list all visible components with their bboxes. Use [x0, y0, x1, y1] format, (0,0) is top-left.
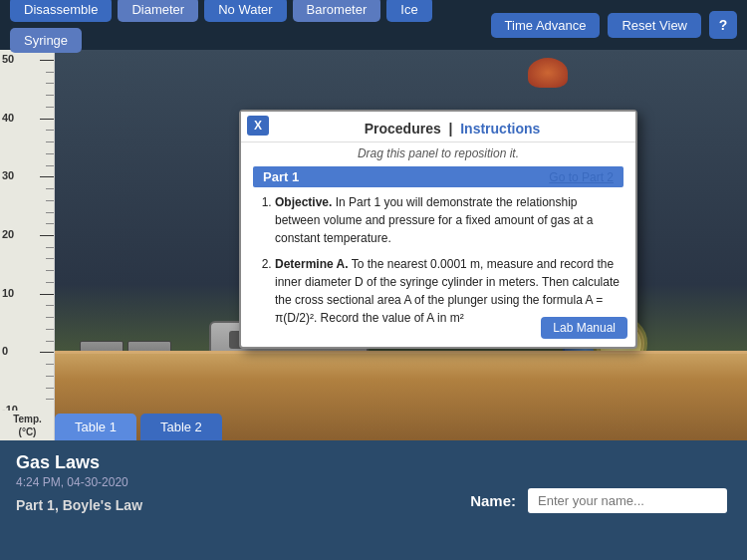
- name-input[interactable]: [528, 488, 727, 513]
- bottom-right-info: Name:: [450, 440, 747, 560]
- time-advance-button[interactable]: Time Advance: [491, 13, 601, 38]
- panel-title: Procedures | Instructions: [365, 121, 541, 137]
- panel-close-button[interactable]: X: [247, 116, 269, 136]
- bottom-left-info: Gas Laws 4:24 PM, 04-30-2020 Part 1, Boy…: [0, 440, 450, 560]
- bottom-bar: Gas Laws 4:24 PM, 04-30-2020 Part 1, Boy…: [0, 440, 747, 560]
- subtitle-label: Part 1, Boyle's Law: [16, 497, 434, 513]
- part-header: Part 1 Go to Part 2: [253, 166, 623, 187]
- drag-hint: Drag this panel to reposition it.: [241, 142, 635, 166]
- syringe-button[interactable]: Syringe: [10, 28, 82, 53]
- procedure-objective: Objective. In Part 1 you will demonstrat…: [275, 193, 623, 247]
- disassemble-button[interactable]: Disassemble: [10, 0, 112, 22]
- orange-object: [528, 58, 568, 88]
- panel-header: Procedures | Instructions: [241, 112, 635, 142]
- instructions-link[interactable]: Instructions: [460, 121, 540, 137]
- bottom-tabs: Table 1 Table 2: [55, 414, 222, 440]
- procedures-panel: X Procedures | Instructions Drag this pa…: [239, 110, 637, 349]
- go-to-part2-button[interactable]: Go to Part 2: [549, 170, 614, 184]
- objective-heading: Objective.: [275, 195, 332, 209]
- toolbar-right: Time Advance Reset View ?: [491, 11, 737, 39]
- no-water-button[interactable]: No Water: [204, 0, 286, 22]
- app-title: Gas Laws: [16, 452, 434, 473]
- diameter-button[interactable]: Diameter: [118, 0, 198, 22]
- part-label: Part 1: [263, 169, 299, 184]
- procedures-label: Procedures: [365, 121, 441, 137]
- tab-table-2[interactable]: Table 2: [140, 414, 222, 440]
- temp-label: Temp.(°C): [0, 411, 55, 440]
- tab-table-1[interactable]: Table 1: [55, 414, 136, 440]
- lab-area: 50403020100-10Temp.(°C) 1 kg 1 kg 1 kg H…: [0, 50, 747, 440]
- lab-manual-button[interactable]: Lab Manual: [541, 317, 627, 339]
- date-label: 4:24 PM, 04-30-2020: [16, 475, 434, 489]
- name-label: Name:: [470, 492, 516, 509]
- modal-overlay: X Procedures | Instructions Drag this pa…: [0, 100, 747, 321]
- toolbar-left: Disassemble Diameter No Water Barometer …: [10, 0, 483, 53]
- determine-heading: Determine A.: [275, 257, 349, 271]
- reset-view-button[interactable]: Reset View: [608, 13, 701, 38]
- ice-button[interactable]: Ice: [386, 0, 431, 22]
- toolbar: Disassemble Diameter No Water Barometer …: [0, 0, 747, 50]
- procedure-item-1: Objective. In Part 1 you will demonstrat…: [253, 193, 623, 327]
- barometer-button[interactable]: Barometer: [293, 0, 381, 22]
- help-button[interactable]: ?: [709, 11, 737, 39]
